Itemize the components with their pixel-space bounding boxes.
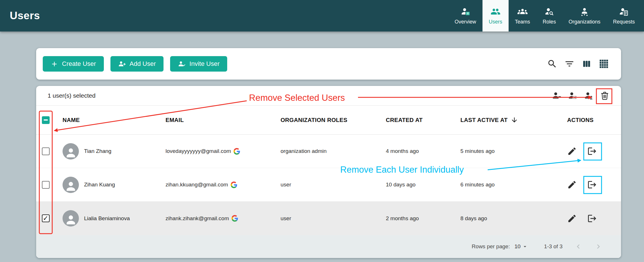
selection-bar: 1 user(s) selected: [36, 86, 621, 106]
sign-out-icon: [587, 214, 597, 223]
person-icon: [65, 213, 77, 226]
delete-selected-users-button[interactable]: [600, 91, 610, 101]
chevron-left-icon: [574, 242, 583, 251]
user-email: lovedayyyyyyy@gmail.com: [166, 148, 231, 154]
org-hierarchy-icon: [579, 7, 589, 17]
person-gear-icon: [568, 91, 577, 101]
plus-icon: [50, 60, 58, 68]
nav-tab-label: Users: [489, 19, 502, 25]
create-user-button[interactable]: Create User: [43, 56, 104, 72]
chevron-right-icon: [594, 242, 603, 251]
user-org-roles: user: [281, 215, 386, 222]
add-user-label: Add User: [130, 60, 156, 68]
user-last-active-at: 6 minutes ago: [460, 182, 564, 188]
user-last-active-at: 8 days ago: [460, 215, 564, 222]
selection-actions: [552, 91, 610, 101]
row-checkbox[interactable]: ✓: [42, 214, 50, 222]
person-icon: [65, 146, 77, 159]
nav-tab-label: Organizations: [569, 19, 600, 25]
avatar: [63, 210, 79, 226]
primary-nav: Overview Users Teams Roles Organizations…: [448, 0, 644, 31]
page-range-text: 1-3 of 3: [544, 243, 563, 250]
nav-tab-roles[interactable]: Roles: [536, 0, 562, 31]
user-award-button[interactable]: [584, 91, 594, 101]
user-email: zihank.zihank@gmail.com: [166, 215, 229, 222]
user-name: Tian Zhang: [84, 148, 111, 154]
user-name: Lialia Beniaminova: [84, 215, 130, 222]
column-header-created-at[interactable]: CREATED AT: [386, 117, 460, 123]
column-header-last-active-at[interactable]: LAST ACTIVE AT: [460, 116, 564, 124]
pencil-icon: [567, 214, 577, 223]
table-header-row: NAME EMAIL ORGANIZATION ROLES CREATED AT…: [36, 106, 621, 135]
rows-per-page-select[interactable]: 10: [514, 243, 528, 250]
column-header-org-roles[interactable]: ORGANIZATION ROLES: [281, 117, 386, 123]
people-icon: [491, 7, 501, 17]
toolbar-right-icons: [547, 59, 609, 69]
column-header-label: LAST ACTIVE AT: [460, 117, 508, 123]
filter-button[interactable]: [564, 59, 575, 69]
nav-tab-teams[interactable]: Teams: [509, 0, 536, 31]
avatar: [63, 143, 79, 159]
table-row-3: ✓ Lialia Beniaminova zihank.zihank@gmail…: [36, 202, 621, 235]
grid-view-icon: [599, 59, 609, 69]
user-settings-button[interactable]: [568, 91, 577, 101]
nav-tab-overview[interactable]: Overview: [448, 0, 482, 31]
rows-per-page-value: 10: [514, 243, 520, 250]
remove-user-role-button[interactable]: [552, 91, 561, 101]
row-checkbox[interactable]: [42, 147, 50, 155]
user-created-at: 2 months ago: [386, 215, 460, 222]
user-created-at: 10 days ago: [386, 182, 460, 188]
selection-count-text: 1 user(s) selected: [48, 92, 96, 99]
nav-tab-requests[interactable]: Requests: [607, 0, 641, 31]
next-page-button[interactable]: [594, 242, 603, 251]
person-document-icon: [619, 7, 629, 17]
edit-user-button[interactable]: [567, 180, 577, 190]
filter-icon: [564, 59, 575, 69]
select-all-checkbox[interactable]: [42, 116, 50, 124]
invite-user-button[interactable]: Invite User: [170, 56, 227, 72]
row-checkbox[interactable]: [42, 181, 50, 189]
users-table-card: 1 user(s) selected NAME EMAIL ORGANIZATI…: [36, 86, 621, 258]
pagination-bar: Rows per page: 10 1-3 of 3: [36, 235, 621, 258]
avatar: [63, 177, 79, 193]
edit-user-button[interactable]: [567, 214, 577, 223]
nav-tab-label: Teams: [515, 19, 530, 25]
person-badge-icon: [460, 7, 470, 17]
person-search-icon: [544, 7, 554, 17]
remove-user-button[interactable]: [587, 180, 597, 190]
grid-view-button[interactable]: [599, 59, 609, 69]
create-user-label: Create User: [62, 60, 96, 68]
google-icon: [231, 182, 237, 188]
nav-tab-label: Roles: [543, 19, 556, 25]
person-icon: [65, 180, 77, 192]
user-org-roles: organization admin: [281, 148, 386, 154]
main-content: Create User Add User Invite User 1 user(…: [0, 31, 644, 258]
caret-down-icon: [522, 243, 528, 250]
remove-user-button[interactable]: [587, 214, 597, 223]
add-user-button[interactable]: Add User: [110, 56, 164, 72]
column-header-email[interactable]: EMAIL: [166, 117, 281, 123]
view-columns-button[interactable]: [581, 59, 592, 69]
user-email: zihan.kkuang@gmail.com: [166, 182, 228, 188]
view-columns-icon: [581, 59, 592, 69]
google-icon: [234, 148, 240, 155]
nav-tab-label: Requests: [613, 19, 635, 25]
sign-out-icon: [587, 146, 597, 156]
column-header-name[interactable]: NAME: [55, 117, 166, 123]
user-last-active-at: 5 minutes ago: [460, 148, 564, 154]
person-award-icon: [584, 91, 594, 101]
edit-user-button[interactable]: [567, 146, 577, 156]
person-check-icon: [178, 60, 186, 68]
column-header-actions: ACTIONS: [564, 117, 621, 123]
toolbar-card: Create User Add User Invite User: [36, 48, 621, 80]
nav-tab-organizations[interactable]: Organizations: [562, 0, 607, 31]
sign-out-icon: [587, 180, 597, 190]
nav-tab-users[interactable]: Users: [482, 0, 509, 31]
previous-page-button[interactable]: [574, 242, 583, 251]
check-mark-icon: ✓: [43, 215, 48, 222]
pencil-icon: [567, 146, 577, 156]
team-icon: [517, 7, 528, 17]
page-title: Users: [10, 10, 40, 22]
remove-user-button[interactable]: [587, 146, 597, 156]
search-button[interactable]: [547, 59, 557, 69]
